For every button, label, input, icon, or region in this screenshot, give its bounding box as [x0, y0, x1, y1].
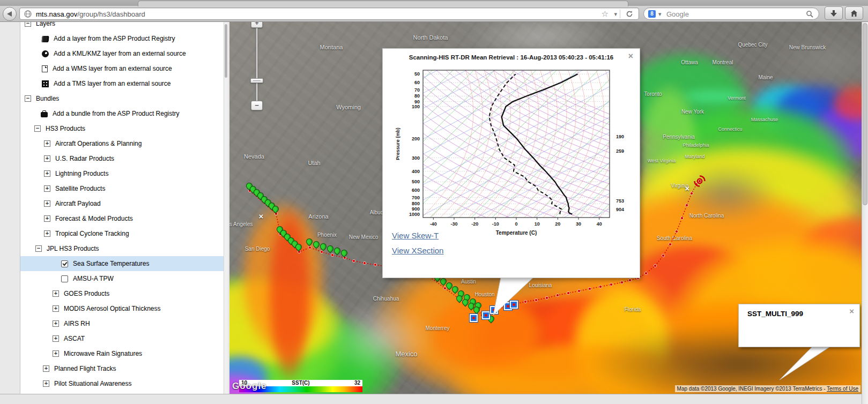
- sidebar-scrollbar[interactable]: [224, 21, 228, 394]
- terms-of-use-link[interactable]: Terms of Use: [827, 386, 858, 392]
- svg-text:190: 190: [616, 134, 624, 139]
- popup-close-icon[interactable]: ×: [628, 51, 633, 61]
- sidebar-item-label: Sea Surface Temperatures: [73, 260, 150, 267]
- zoom-in-button[interactable]: +: [251, 21, 263, 28]
- sidebar-scrollbar-thumb[interactable]: [225, 24, 227, 78]
- sidebar-item-10[interactable]: +Lightning Products: [20, 166, 224, 181]
- sst-popup-close-icon[interactable]: ×: [849, 306, 854, 316]
- bundle-briefcase-icon: [41, 112, 48, 117]
- sidebar-item-label: Planned Flight Tracks: [54, 365, 116, 372]
- sidebar-item-12[interactable]: +Aircraft Payload: [20, 196, 224, 211]
- sidebar-item-11[interactable]: +Satellite Products: [20, 181, 224, 196]
- kml-globe-icon: [42, 50, 49, 57]
- expand-icon[interactable]: +: [44, 140, 50, 147]
- sidebar-item-label: Layers: [36, 21, 55, 27]
- svg-text:100: 100: [412, 104, 420, 109]
- sidebar-item-1[interactable]: Add a layer from the ASP Product Registr…: [20, 31, 224, 46]
- sidebar-item-7[interactable]: −HS3 Products: [20, 121, 224, 136]
- expand-icon[interactable]: +: [44, 185, 50, 192]
- scale-max: 32: [354, 380, 360, 386]
- svg-text:753: 753: [616, 198, 624, 204]
- sidebar-item-13[interactable]: +Forecast & Model Products: [20, 211, 224, 226]
- zoom-slider-thumb[interactable]: [250, 78, 263, 83]
- view-skewt-link[interactable]: View Skew-T: [392, 231, 439, 240]
- aircraft-cross-marker: ×: [259, 212, 264, 221]
- hurricane-icon[interactable]: [694, 175, 706, 189]
- svg-text:500: 500: [412, 179, 420, 184]
- svg-text:10: 10: [535, 221, 540, 227]
- sidebar-item-20[interactable]: +AIRS RH: [20, 316, 224, 331]
- sidebar-item-label: Lightning Products: [55, 170, 108, 177]
- sidebar-item-4[interactable]: Add a TMS layer from an external source: [20, 76, 224, 91]
- back-arrow-icon: [7, 11, 12, 17]
- sidebar-item-2[interactable]: Add a KML/KMZ layer from an external sou…: [20, 46, 224, 61]
- expand-icon[interactable]: +: [53, 350, 59, 357]
- collapse-icon[interactable]: −: [35, 245, 42, 252]
- search-bar[interactable]: 8 ▾ Google: [643, 8, 819, 20]
- map-attribution: Map data ©2013 Google, INEGI Imagery ©20…: [675, 385, 860, 392]
- tab-strip: [0, 0, 868, 6]
- bookmark-star-icon[interactable]: ☆: [602, 9, 609, 19]
- expand-icon[interactable]: +: [44, 155, 50, 162]
- collapse-icon[interactable]: −: [25, 95, 31, 102]
- sidebar-item-6[interactable]: Add a bundle from the ASP Product Regist…: [20, 106, 224, 121]
- sidebar-item-5[interactable]: −Bundles: [20, 91, 224, 106]
- sidebar-item-0[interactable]: −Layers: [20, 21, 224, 31]
- search-icon[interactable]: [806, 10, 813, 18]
- sidebar-item-22[interactable]: +Microwave Rain Signatures: [20, 346, 224, 361]
- url-dropdown-icon[interactable]: ▾: [614, 11, 617, 18]
- sidebar-item-15[interactable]: −JPL HS3 Products: [20, 241, 224, 256]
- svg-text:259: 259: [616, 148, 624, 154]
- view-xsection-link[interactable]: View XSection: [392, 246, 443, 255]
- sidebar-item-label: GOES Products: [64, 290, 109, 297]
- back-button[interactable]: [3, 7, 17, 21]
- svg-text:-40: -40: [430, 221, 437, 227]
- svg-text:40: 40: [597, 221, 602, 227]
- expand-icon[interactable]: +: [53, 305, 59, 312]
- sst-popup-title: SST_MULTI_999: [747, 310, 803, 318]
- sidebar-item-21[interactable]: +ASCAT: [20, 331, 224, 346]
- sidebar-item-17[interactable]: AMSU-A TPW: [20, 271, 224, 286]
- sidebar-item-8[interactable]: +Aircraft Operations & Planning: [20, 136, 224, 151]
- expand-icon[interactable]: +: [44, 170, 50, 177]
- skewt-chart: 5060708090100200300400500600700800900100…: [383, 49, 640, 237]
- zoom-slider-track[interactable]: [256, 28, 258, 102]
- sidebar-item-label: Satellite Products: [55, 185, 105, 192]
- expand-icon[interactable]: +: [44, 215, 50, 222]
- sidebar-item-9[interactable]: +U.S. Radar Products: [20, 151, 224, 166]
- url-bar[interactable]: mts.nasa.gov/group/hs3/dashboard ☆ ▾: [19, 8, 639, 20]
- active-tab[interactable]: [138, 1, 628, 6]
- expand-icon[interactable]: +: [43, 365, 49, 372]
- sidebar-item-label: HS3 Products: [46, 125, 85, 132]
- expand-icon[interactable]: +: [53, 290, 59, 297]
- expand-icon[interactable]: +: [44, 230, 50, 237]
- sidebar-item-14[interactable]: +Tropical Cyclone Tracking: [20, 226, 224, 241]
- sidebar-item-label: Add a WMS layer from an external source: [53, 65, 172, 72]
- search-placeholder: Google: [666, 10, 689, 18]
- reload-icon[interactable]: [626, 10, 633, 18]
- checkbox-checked[interactable]: [61, 260, 68, 267]
- collapse-icon[interactable]: −: [34, 125, 41, 132]
- svg-text:50: 50: [414, 71, 420, 77]
- sidebar-item-24[interactable]: +Pilot Situational Awareness: [20, 376, 224, 391]
- downloads-button[interactable]: [825, 6, 843, 20]
- sidebar-item-19[interactable]: +MODIS Aerosol Optical Thickness: [20, 301, 224, 316]
- page-scrollbar-thumb[interactable]: [863, 23, 867, 205]
- globe-icon: [24, 10, 32, 18]
- zoom-out-button[interactable]: −: [251, 101, 263, 110]
- collapse-icon[interactable]: −: [25, 21, 31, 27]
- expand-icon[interactable]: +: [53, 335, 59, 342]
- svg-text:Pressure (mb): Pressure (mb): [395, 128, 400, 160]
- search-engine-dropdown-icon[interactable]: ▾: [658, 11, 662, 18]
- expand-icon[interactable]: +: [44, 200, 50, 207]
- home-button[interactable]: [845, 6, 863, 20]
- checkbox-unchecked[interactable]: [61, 275, 68, 282]
- sidebar-item-3[interactable]: Add a WMS layer from an external source: [20, 61, 224, 76]
- sidebar-item-23[interactable]: +Planned Flight Tracks: [20, 361, 224, 376]
- sidebar-item-label: Add a KML/KMZ layer from an external sou…: [54, 50, 186, 57]
- sidebar-item-16[interactable]: Sea Surface Temperatures: [20, 256, 224, 271]
- expand-icon[interactable]: +: [43, 380, 49, 387]
- page-scrollbar[interactable]: [862, 21, 868, 404]
- expand-icon[interactable]: +: [53, 320, 59, 327]
- sidebar-item-18[interactable]: +GOES Products: [20, 286, 224, 301]
